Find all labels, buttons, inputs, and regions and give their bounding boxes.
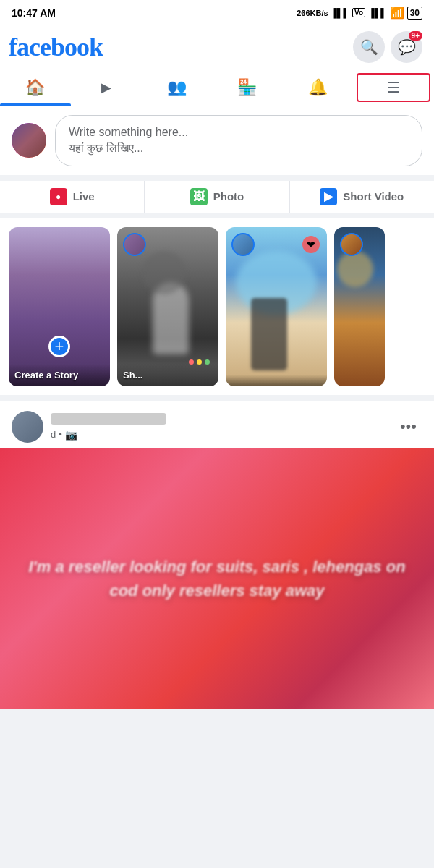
live-button[interactable]: ● Live [0, 181, 145, 213]
tab-video[interactable]: ▶ [71, 69, 142, 106]
tab-friends[interactable]: 👥 [141, 69, 212, 106]
story1-label: Sh... [123, 370, 213, 380]
network-speed: 266KB/s [297, 9, 328, 17]
home-icon: 🏠 [25, 78, 45, 97]
tab-store[interactable]: 🏪 [212, 69, 283, 106]
post-timestamp: d [51, 429, 56, 440]
post-input[interactable]: Write something here... यहां कुछ लिखिए..… [55, 115, 422, 166]
story-create-overlay: Create a Story [9, 364, 110, 386]
signal-icon: ▐▌▌ [331, 8, 350, 18]
post-image: I'm a reseller looking for suits, saris … [0, 448, 434, 709]
signal2-icon: ▐▌▌ [368, 8, 387, 18]
stories-section: + Create a Story Sh... [0, 218, 434, 401]
status-time: 10:47 AM [12, 7, 56, 19]
status-bar: 10:47 AM 266KB/s ▐▌▌ Vo ▐▌▌ 📶 30 [0, 0, 434, 25]
live-label: Live [73, 190, 95, 203]
post-user-info: d • 📷 [12, 411, 166, 443]
nav-tabs: 🏠 ▶ 👥 🏪 🔔 ☰ [0, 69, 434, 106]
action-bar: ● Live 🖼 Photo ▶ Short Video [0, 181, 434, 218]
more-button[interactable]: ••• [394, 414, 422, 439]
messenger-badge: 9+ [409, 31, 422, 41]
status-right: 266KB/s ▐▌▌ Vo ▐▌▌ 📶 30 [297, 6, 422, 20]
video-icon: ▶ [101, 80, 111, 95]
header: facebook 🔍 💬 9+ [0, 25, 434, 69]
short-video-button[interactable]: ▶ Short Video [290, 181, 434, 213]
photo-button[interactable]: 🖼 Photo [145, 181, 289, 213]
header-icons: 🔍 💬 9+ [353, 31, 422, 63]
story-card-3[interactable] [334, 227, 385, 386]
store-icon: 🏪 [237, 78, 257, 97]
battery-icon: 30 [407, 7, 422, 20]
create-story-card[interactable]: + Create a Story [9, 227, 110, 386]
search-icon: 🔍 [360, 38, 378, 56]
stories-scroll: + Create a Story Sh... [9, 227, 434, 386]
tab-menu[interactable]: ☰ [357, 73, 430, 102]
messenger-icon: 💬 [398, 38, 416, 56]
short-video-label: Short Video [343, 190, 404, 203]
tab-bell[interactable]: 🔔 [283, 69, 354, 106]
create-story-label: Create a Story [14, 370, 104, 380]
user-avatar [12, 123, 46, 158]
post-avatar [12, 411, 43, 443]
bell-icon: 🔔 [308, 78, 328, 97]
story2-overlay [226, 375, 327, 386]
menu-icon: ☰ [387, 79, 400, 96]
create-story-plus: + [48, 336, 70, 357]
lte-icon: Vo [352, 8, 365, 17]
more-icon: ••• [400, 417, 417, 435]
friends-icon: 👥 [167, 78, 187, 97]
search-button[interactable]: 🔍 [353, 31, 385, 63]
story-card-2[interactable]: ❤ [226, 227, 327, 386]
post-name-blur [51, 413, 166, 425]
messenger-button[interactable]: 💬 9+ [391, 31, 422, 63]
photo-icon: 🖼 [190, 188, 208, 205]
post-dot: • [59, 429, 62, 440]
post-placeholder: Write something here... यहां कुछ लिखिए..… [69, 126, 188, 154]
post-photo-icon: 📷 [65, 429, 77, 441]
live-icon: ● [50, 188, 67, 205]
post-meta: d • 📷 [51, 429, 166, 441]
tab-home[interactable]: 🏠 [0, 69, 71, 106]
story1-overlay: Sh... [117, 364, 218, 386]
live-dot: ● [56, 192, 61, 202]
photo-label: Photo [213, 190, 244, 203]
create-post-bar: Write something here... यहां कुछ लिखिए..… [0, 106, 434, 181]
post-header: d • 📷 ••• [0, 401, 434, 448]
facebook-logo: facebook [9, 32, 103, 62]
story-card-1[interactable]: Sh... [117, 227, 218, 386]
post-card: d • 📷 ••• I'm a reseller looking for sui… [0, 401, 434, 715]
wifi-icon: 📶 [390, 6, 404, 20]
post-name-block: d • 📷 [51, 413, 166, 441]
short-video-icon: ▶ [320, 188, 337, 205]
post-image-text: I'm a reseller looking for suits, saris … [0, 540, 434, 617]
